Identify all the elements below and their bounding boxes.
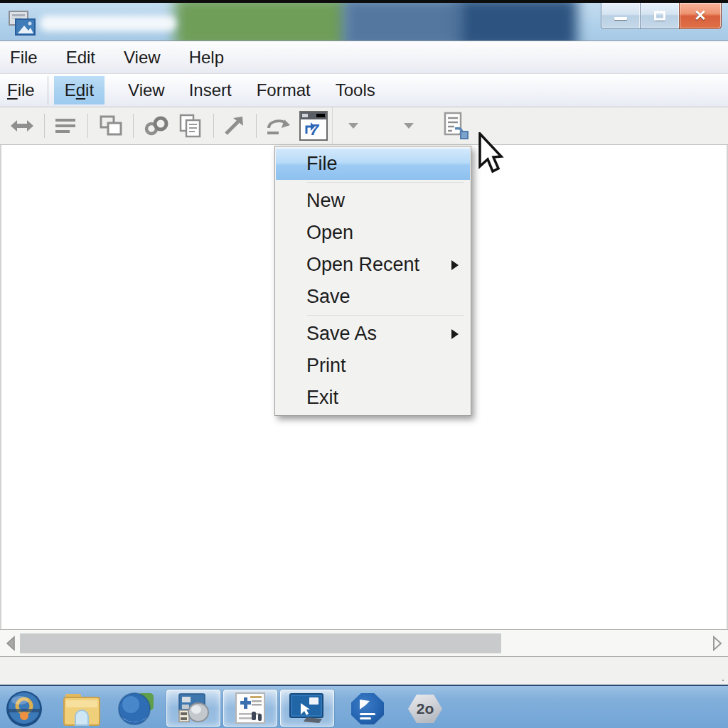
close-button[interactable]: ✕ [679, 3, 722, 29]
export-document-icon[interactable] [442, 112, 469, 140]
window-7-badge: 7 [310, 121, 318, 139]
menu-main-file[interactable]: File [7, 80, 35, 100]
menu-bar-top: File Edit View Help [0, 41, 728, 74]
scroll-left-arrow[interactable] [4, 636, 17, 651]
menu-item-save[interactable]: Save [276, 281, 470, 313]
menu-main-insert[interactable]: Insert [189, 80, 232, 100]
explorer-folder-icon[interactable] [61, 692, 102, 728]
menu-item-file[interactable]: File [276, 148, 470, 180]
toolbar-separator [213, 114, 214, 138]
minimize-button[interactable] [601, 3, 640, 29]
menu-bar-main: File Edit View Insert Format Tools [0, 74, 728, 107]
close-icon: ✕ [694, 7, 707, 24]
menu-top-help[interactable]: Help [189, 48, 224, 68]
maximize-button[interactable] [640, 3, 679, 29]
pinned-app-3[interactable] [280, 690, 334, 727]
menu-item-exit[interactable]: Exit [276, 382, 470, 414]
app-icon[interactable] [7, 10, 37, 37]
octagon-app-icon[interactable] [351, 693, 384, 724]
menu-top-edit[interactable]: Edit [66, 48, 95, 68]
menu-separator [307, 182, 464, 183]
link-icon[interactable] [144, 116, 169, 136]
toolbar-separator [256, 114, 257, 138]
swap-arrows-icon[interactable] [10, 118, 34, 134]
menu-top-file[interactable]: File [10, 48, 38, 68]
hexagon-app-icon[interactable]: 2o [408, 695, 442, 723]
window-7-icon[interactable]: 7 [299, 111, 328, 141]
resize-grip[interactable] [722, 680, 724, 681]
overlap-squares-icon[interactable] [99, 114, 123, 137]
aero-glass-green-patch [175, 3, 348, 41]
toolbar-separator [44, 114, 45, 138]
toolbar-separator [133, 114, 134, 138]
submenu-arrow-icon [451, 260, 459, 270]
maximize-icon [654, 11, 665, 21]
scrollbar-thumb[interactable] [20, 633, 501, 653]
minimize-icon [614, 17, 627, 20]
dropdown-chevron-icon[interactable] [404, 123, 414, 129]
mouse-cursor [478, 132, 510, 178]
pinned-app-2[interactable] [223, 690, 277, 727]
menu-main-format[interactable]: Format [257, 80, 311, 100]
status-bar [0, 656, 728, 685]
redo-icon[interactable] [264, 115, 291, 136]
scroll-right-arrow[interactable] [711, 636, 724, 651]
taskbar: 2o [0, 685, 728, 728]
menu-item-new[interactable]: New [276, 185, 470, 217]
screen: ✕ File Edit View Help File Edit View Ins… [0, 0, 728, 728]
start-button[interactable] [6, 690, 43, 728]
menu-item-save-as[interactable]: Save As [276, 318, 470, 350]
menu-main-edit-active[interactable]: Edit [54, 76, 105, 105]
dropdown-chevron-icon[interactable] [348, 123, 358, 129]
hexagon-badge: 2o [417, 700, 434, 717]
flag-glyph [360, 700, 370, 710]
pinned-app-1[interactable] [166, 690, 220, 727]
menu-main-view[interactable]: View [128, 80, 165, 100]
caption-button-group: ✕ [601, 3, 722, 29]
copy-icon[interactable] [178, 114, 203, 138]
submenu-arrow-icon [451, 329, 459, 339]
menu-item-print[interactable]: Print [276, 350, 470, 382]
horizontal-scrollbar [0, 629, 728, 656]
window-left-border [0, 145, 1, 685]
browser-icon[interactable] [117, 690, 156, 728]
menu-item-open[interactable]: Open [276, 217, 470, 249]
arrow-up-right-icon[interactable] [223, 115, 245, 136]
file-dropdown-menu: File New Open Open Recent Save Save As P… [274, 146, 471, 416]
title-bar: ✕ [0, 3, 728, 41]
toolbar-region-separator [332, 107, 333, 144]
menu-item-open-recent[interactable]: Open Recent [276, 249, 470, 281]
toolbar: 7 [0, 107, 728, 145]
aero-glass-slate-patch [343, 3, 464, 41]
menu-main-tools[interactable]: Tools [336, 80, 375, 100]
aero-glass-navy-patch [458, 3, 577, 41]
menu-separator [307, 315, 464, 316]
align-lines-icon[interactable] [54, 117, 77, 134]
window-title-blur [40, 16, 176, 31]
menu-top-view[interactable]: View [124, 48, 161, 68]
toolbar-separator [87, 114, 88, 138]
menu-main-separator [48, 76, 48, 105]
